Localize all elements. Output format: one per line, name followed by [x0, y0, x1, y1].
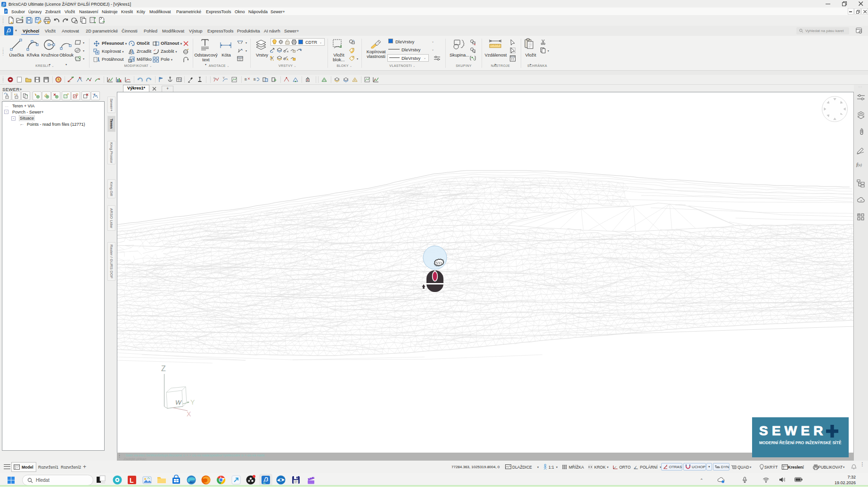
svg-text:3: 3 — [7, 93, 8, 96]
svg-text:Y: Y — [190, 398, 195, 406]
svg-text:B: B — [245, 78, 247, 81]
svg-text:W: W — [175, 399, 182, 406]
svg-text:L: L — [130, 477, 134, 484]
svg-text:B: B — [254, 78, 256, 81]
svg-text:V: V — [223, 76, 225, 79]
svg-text:β: β — [80, 77, 82, 80]
svg-text:X: X — [187, 410, 191, 418]
svg-text:3: 3 — [16, 93, 17, 96]
svg-text:1: 1 — [180, 79, 181, 81]
svg-text:Z: Z — [161, 365, 166, 373]
